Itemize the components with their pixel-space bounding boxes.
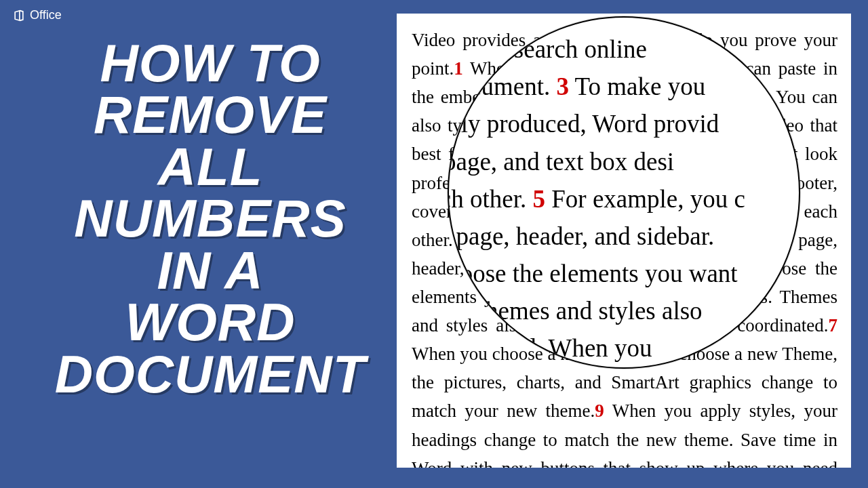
- title-line-6: WORD: [34, 296, 387, 348]
- office-logo-text: Office: [30, 8, 62, 22]
- mag-number-3: 3: [556, 73, 569, 100]
- office-icon: [12, 9, 26, 22]
- title-line-4: NUMBERS: [34, 192, 387, 244]
- magnifier-text: me video 2 you yword to search online ur…: [448, 16, 800, 369]
- number-1: 1: [454, 58, 463, 79]
- number-7: 7: [829, 315, 838, 336]
- number-9: 9: [595, 401, 604, 421]
- magnifier: me video 2 you yword to search online ur…: [448, 16, 800, 369]
- title-line-3: ALL: [34, 141, 387, 192]
- main-title: HOW TO REMOVE ALL NUMBERS IN A WORD DOCU…: [34, 37, 387, 400]
- title-line-1: HOW TO: [34, 37, 387, 89]
- mag-number-5: 5: [533, 185, 546, 213]
- title-line-5: IN A: [34, 245, 387, 296]
- title-line-7: DOCUMENT: [34, 348, 387, 400]
- office-logo: Office: [12, 8, 62, 22]
- title-line-2: REMOVE: [34, 89, 387, 140]
